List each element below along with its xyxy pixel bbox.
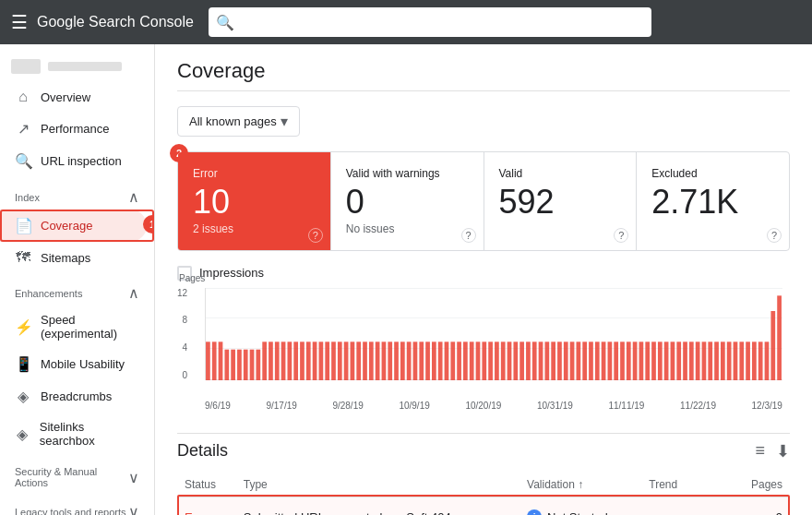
search-bar[interactable]: 🔍 (209, 7, 651, 37)
download-details-icon[interactable]: ⬇ (776, 441, 790, 461)
sidebar-item-label: Mobile Usability (41, 357, 125, 371)
enhancements-section-label: Enhancements (15, 288, 82, 299)
svg-rect-30 (394, 341, 399, 380)
sidebar-item-sitemaps[interactable]: 🗺 Sitemaps (0, 242, 147, 273)
svg-rect-25 (363, 341, 367, 380)
app-logo: Google Search Console (37, 14, 194, 30)
col-header-trend: Trend (641, 473, 731, 497)
svg-rect-42 (470, 341, 474, 380)
svg-rect-79 (702, 341, 707, 380)
stat-value-excluded: 2.71K (651, 184, 774, 221)
sidebar-item-url-inspection[interactable]: 🔍 URL inspection (0, 145, 147, 177)
x-label-6: 11/11/19 (608, 401, 644, 411)
svg-rect-1 (212, 341, 217, 380)
col-header-type: Type (236, 473, 519, 497)
stat-card-valid: Valid 592 ? (484, 152, 638, 250)
chevron-down-icon: ▾ (281, 113, 288, 130)
filter-all-known-pages[interactable]: All known pages ▾ (177, 106, 300, 137)
svg-rect-38 (445, 341, 449, 380)
sidebar-item-label: Overview (41, 90, 90, 104)
sidebar-item-sitelinks-searchbox[interactable]: ◈ Sitelinks searchbox (0, 413, 147, 455)
svg-rect-67 (627, 341, 631, 380)
mobile-icon: 📱 (15, 355, 31, 373)
svg-rect-72 (658, 341, 663, 380)
stat-label-excluded: Excluded (651, 167, 774, 180)
x-label-8: 12/3/19 (752, 401, 782, 411)
search-input[interactable] (240, 16, 644, 30)
stat-sub-valid-warnings: No issues (346, 222, 469, 235)
svg-rect-53 (539, 341, 543, 380)
svg-rect-69 (639, 341, 644, 380)
svg-rect-35 (425, 341, 430, 380)
svg-rect-24 (356, 341, 361, 380)
filter-row: All known pages ▾ (177, 106, 790, 137)
svg-rect-39 (450, 341, 455, 380)
error-help-icon[interactable]: ? (308, 228, 323, 243)
svg-rect-61 (589, 341, 593, 380)
stat-card-excluded: Excluded 2.71K ? (637, 152, 789, 250)
annotation-badge-1: 1 (143, 215, 155, 234)
valid-help-icon[interactable]: ? (614, 228, 628, 243)
chart-y-axis: 12 8 4 0 (177, 288, 191, 380)
table-header-row: Status Type Validation ↑ Trend Pages (177, 473, 790, 497)
sidebar-item-performance[interactable]: ↗ Performance (0, 113, 147, 145)
y-tick-4: 4 (183, 342, 188, 353)
svg-rect-73 (664, 341, 669, 380)
svg-rect-40 (457, 341, 461, 380)
sidebar-item-label: Coverage (41, 219, 92, 233)
svg-rect-28 (382, 341, 387, 380)
cell-pages: 9 (731, 497, 790, 515)
svg-rect-54 (544, 341, 549, 380)
svg-rect-20 (331, 341, 336, 380)
x-label-0: 9/6/19 (205, 401, 231, 411)
svg-rect-70 (645, 341, 650, 380)
details-wrapper: Details ≡ ⬇ Status Type Validation ↑ Tre… (177, 433, 790, 515)
details-header: Details ≡ ⬇ (177, 433, 790, 461)
sidebar-item-coverage[interactable]: 📄 Coverage (0, 210, 147, 242)
stat-value-error: 10 (193, 184, 316, 221)
performance-icon: ↗ (15, 120, 31, 138)
filter-label: All known pages (189, 114, 277, 128)
sidebar-item-breadcrumbs[interactable]: ◈ Breadcrumbs (0, 380, 147, 413)
col-header-status: Status (177, 473, 236, 497)
account-text (48, 62, 122, 71)
svg-rect-86 (746, 341, 750, 380)
sidebar-section-enhancements: Enhancements ∧ (0, 273, 154, 305)
x-label-2: 9/28/19 (332, 401, 363, 411)
topbar: ☰ Google Search Console 🔍 (0, 0, 812, 44)
svg-rect-16 (306, 341, 311, 380)
stats-wrapper: 2 Error 10 2 issues ? Valid with warning… (177, 151, 790, 251)
enhancements-section-toggle[interactable]: ∧ (128, 284, 139, 302)
menu-icon[interactable]: ☰ (11, 11, 28, 33)
svg-rect-80 (708, 341, 712, 380)
x-label-7: 11/22/19 (680, 401, 716, 411)
sidebar-item-overview[interactable]: ⌂ Overview (0, 81, 147, 113)
svg-rect-77 (689, 341, 694, 380)
col-header-validation[interactable]: Validation ↑ (519, 473, 641, 497)
sidebar-item-mobile-usability[interactable]: 📱 Mobile Usability (0, 348, 147, 380)
security-section-toggle[interactable]: ∨ (128, 469, 139, 486)
legacy-section-toggle[interactable]: ∨ (128, 503, 139, 515)
svg-rect-37 (438, 341, 443, 380)
excluded-help-icon[interactable]: ? (767, 228, 782, 243)
svg-rect-12 (281, 341, 286, 380)
valid-warnings-help-icon[interactable]: ? (461, 228, 476, 243)
svg-rect-87 (752, 341, 757, 380)
stat-value-valid: 592 (499, 184, 622, 221)
home-icon: ⌂ (15, 89, 31, 105)
svg-rect-44 (482, 341, 486, 380)
index-section-toggle[interactable]: ∧ (128, 188, 139, 206)
svg-rect-60 (582, 341, 587, 380)
col-header-pages: Pages (731, 473, 790, 497)
svg-rect-0 (206, 341, 210, 380)
chart-area: 12 8 4 0 Pages (205, 288, 782, 399)
index-section-label: Index (15, 192, 40, 203)
table-row[interactable]: Error Submitted URL seems to be a Soft 4… (177, 497, 790, 515)
svg-rect-49 (513, 341, 518, 380)
chart-container: 12 8 4 0 Pages 9/6/19 9/17/19 9/28/ (177, 288, 790, 411)
filter-details-icon[interactable]: ≡ (755, 441, 765, 461)
sidebar-item-speed[interactable]: ⚡ Speed (experimental) (0, 305, 147, 348)
svg-rect-88 (758, 341, 763, 380)
svg-rect-74 (671, 341, 675, 380)
svg-rect-23 (351, 341, 355, 380)
